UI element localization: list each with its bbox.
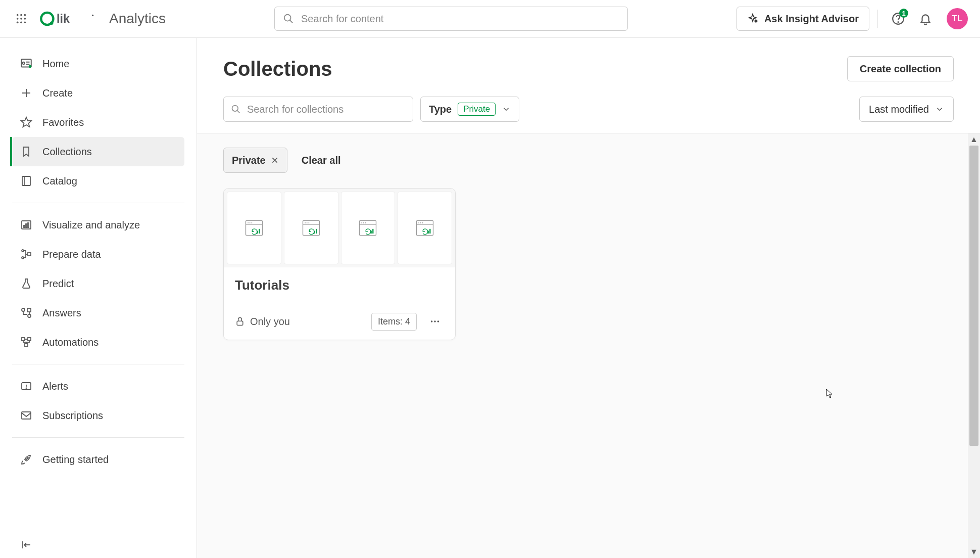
collections-search[interactable]	[223, 97, 413, 122]
search-icon	[231, 104, 241, 115]
svg-point-4	[20, 18, 22, 20]
filter-chip-private[interactable]: Private	[223, 148, 287, 173]
sidebar-item-automations[interactable]: Automations	[12, 328, 184, 357]
sidebar-item-collections[interactable]: Collections	[12, 137, 184, 166]
ask-insight-advisor-button[interactable]: Ask Insight Advisor	[737, 7, 869, 31]
svg-point-19	[22, 62, 24, 64]
sidebar-item-create[interactable]: Create	[12, 78, 184, 108]
cursor-icon	[826, 389, 834, 399]
scroll-up-arrow-icon[interactable]: ▲	[968, 133, 980, 146]
svg-point-51	[250, 222, 251, 223]
sidebar-item-predict[interactable]: Predict	[12, 269, 184, 298]
svg-point-59	[308, 222, 309, 223]
sidebar-item-label: Favorites	[42, 117, 84, 128]
svg-point-35	[28, 314, 31, 317]
svg-rect-28	[26, 224, 27, 227]
svg-rect-13	[92, 17, 93, 19]
svg-point-58	[306, 222, 307, 223]
clear-all-button[interactable]: Clear all	[302, 155, 341, 166]
preview-tile	[227, 192, 281, 264]
svg-rect-29	[28, 223, 29, 227]
sidebar: Home Create Favorites Collections Catalo…	[0, 38, 197, 558]
svg-point-8	[24, 22, 26, 24]
type-filter-value: Private	[458, 103, 496, 116]
home-icon	[19, 57, 33, 71]
svg-point-30	[22, 250, 24, 252]
sidebar-item-catalog[interactable]: Catalog	[12, 166, 184, 196]
sidebar-item-favorites[interactable]: Favorites	[12, 108, 184, 137]
create-collection-button[interactable]: Create collection	[847, 56, 954, 81]
lock-icon	[235, 316, 245, 327]
header-actions: Ask Insight Advisor 1 TL	[737, 7, 968, 31]
star-icon	[19, 115, 33, 129]
svg-point-65	[363, 222, 364, 223]
sidebar-item-answers[interactable]: Answers	[12, 298, 184, 328]
sidebar-item-visualize[interactable]: Visualize and analyze	[12, 210, 184, 240]
svg-rect-37	[28, 338, 31, 341]
sidebar-item-label: Subscriptions	[42, 410, 103, 422]
help-button[interactable]: 1	[886, 7, 910, 31]
card-privacy: Only you	[235, 316, 290, 328]
scroll-down-arrow-icon[interactable]: ▼	[968, 546, 980, 558]
svg-point-41	[26, 388, 27, 389]
svg-point-64	[362, 222, 363, 223]
app-title: Analytics	[109, 11, 166, 27]
type-filter-dropdown[interactable]: Type Private	[420, 97, 519, 122]
sidebar-item-label: Alerts	[42, 381, 68, 392]
chip-label: Private	[232, 155, 266, 166]
search-icon	[283, 13, 294, 24]
mail-icon	[19, 408, 33, 423]
collection-card[interactable]: Tutorials Only you Items: 4	[223, 188, 456, 340]
alert-icon	[19, 379, 33, 393]
svg-point-6	[17, 22, 19, 24]
page-title: Collections	[223, 58, 332, 80]
global-search-input[interactable]	[301, 13, 619, 25]
page-header: Collections Create collection Type Priva…	[197, 38, 980, 133]
sparkle-icon	[747, 13, 758, 24]
svg-rect-24	[22, 176, 30, 185]
app-thumbnail-icon	[414, 217, 436, 239]
scrollbar-thumb[interactable]	[969, 146, 978, 446]
scrollbar-track[interactable]	[968, 146, 980, 546]
collections-search-input[interactable]	[247, 104, 406, 115]
svg-point-0	[17, 14, 19, 16]
plus-icon	[19, 86, 33, 100]
sort-dropdown[interactable]: Last modified	[859, 97, 954, 122]
app-launcher-button[interactable]	[12, 10, 30, 28]
sidebar-item-alerts[interactable]: Alerts	[12, 371, 184, 401]
preview-tile	[284, 192, 338, 264]
svg-point-1	[20, 14, 22, 16]
collapse-sidebar-button[interactable]	[19, 538, 33, 552]
svg-rect-76	[429, 229, 430, 234]
top-bar: lik Analytics Ask Insight Advisor 1 TL	[0, 0, 980, 38]
bookmark-icon	[19, 145, 33, 159]
sidebar-item-home[interactable]: Home	[12, 49, 184, 78]
svg-rect-42	[22, 412, 31, 419]
sidebar-item-getting-started[interactable]: Getting started	[12, 445, 184, 474]
qlik-logo-icon: lik	[39, 9, 95, 29]
svg-rect-75	[428, 231, 429, 234]
bell-icon	[919, 12, 932, 25]
scrollbar[interactable]: ▲ ▼	[968, 133, 980, 558]
svg-point-43	[27, 457, 28, 458]
user-avatar[interactable]: TL	[947, 8, 968, 29]
logo[interactable]: lik	[39, 9, 95, 29]
sidebar-item-label: Home	[42, 58, 69, 70]
svg-rect-54	[257, 231, 258, 234]
notifications-button[interactable]	[913, 7, 938, 31]
sidebar-item-subscriptions[interactable]: Subscriptions	[12, 401, 184, 430]
sidebar-item-label: Collections	[42, 146, 92, 158]
ask-insight-label: Ask Insight Advisor	[764, 13, 859, 25]
chevron-down-icon	[935, 105, 944, 114]
svg-point-72	[420, 222, 421, 223]
sidebar-item-prepare-data[interactable]: Prepare data	[12, 240, 184, 269]
svg-point-20	[29, 65, 31, 68]
svg-text:lik: lik	[57, 12, 70, 25]
svg-rect-55	[259, 229, 260, 234]
svg-point-57	[305, 222, 306, 223]
svg-point-31	[22, 257, 24, 259]
svg-rect-61	[314, 231, 315, 234]
card-more-button[interactable]	[426, 312, 444, 331]
global-search[interactable]	[274, 7, 628, 31]
svg-point-12	[92, 15, 93, 16]
